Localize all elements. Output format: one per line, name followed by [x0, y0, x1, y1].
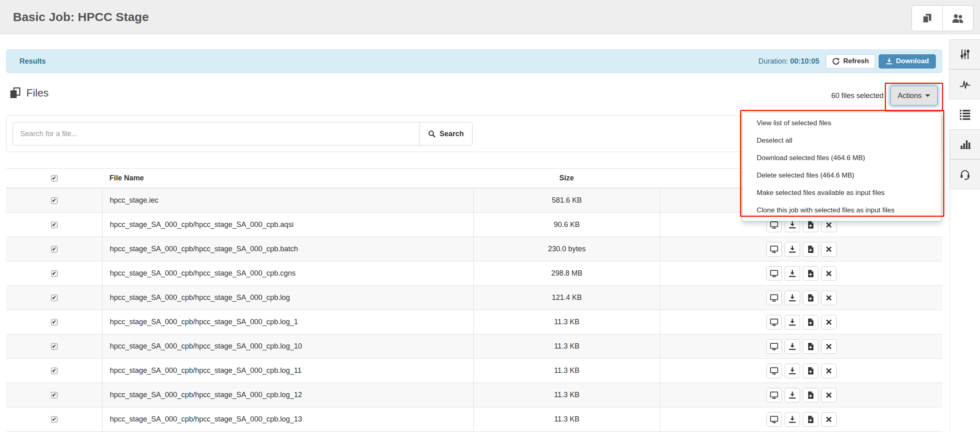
duration-value: 00:10:05: [790, 57, 819, 65]
export-file-button[interactable]: [803, 388, 818, 402]
download-file-button[interactable]: [785, 242, 800, 257]
view-file-button[interactable]: [766, 315, 782, 329]
table-row: hpcc_stage_SA_000_cpb/hpcc_stage_SA_000_…: [6, 334, 942, 359]
row-checkbox[interactable]: [51, 222, 58, 228]
view-file-button[interactable]: [766, 412, 782, 427]
view-file-button[interactable]: [766, 339, 782, 354]
refresh-button[interactable]: Refresh: [826, 54, 875, 68]
search-input[interactable]: [13, 122, 420, 145]
export-file-button[interactable]: [803, 266, 818, 281]
row-checkbox[interactable]: [51, 270, 58, 277]
download-file-button[interactable]: [785, 339, 800, 354]
view-file-button[interactable]: [766, 242, 782, 257]
export-file-button[interactable]: [803, 291, 818, 305]
sidebar-tab-settings[interactable]: [949, 39, 980, 69]
download-file-button[interactable]: [785, 412, 800, 427]
duration-text: Duration: 00:10:05: [758, 57, 819, 66]
export-file-icon: [807, 294, 815, 302]
export-file-button[interactable]: [803, 364, 818, 378]
search-icon: [428, 130, 436, 138]
sidebar-tab-list[interactable]: [949, 99, 980, 129]
delete-file-icon: [825, 343, 832, 350]
export-file-icon: [807, 415, 815, 424]
delete-file-button[interactable]: [821, 412, 837, 427]
file-name-cell: hpcc_stage_SA_000_cpb/hpcc_stage_SA_000_…: [102, 237, 473, 261]
delete-file-icon: [825, 270, 832, 277]
export-file-icon: [807, 221, 815, 229]
export-file-icon: [807, 342, 815, 351]
file-name-cell: hpcc_stage_SA_000_cpb/hpcc_stage_SA_000_…: [102, 310, 473, 334]
list-icon: [959, 108, 971, 120]
sidebar-divider: [949, 189, 950, 432]
delete-file-button[interactable]: [821, 315, 837, 329]
download-icon: [886, 58, 893, 65]
row-checkbox[interactable]: [51, 343, 58, 350]
header-button-group: [912, 5, 974, 31]
table-row: hpcc_stage_SA_000_cpb/hpcc_stage_SA_000_…: [6, 359, 942, 383]
export-file-button[interactable]: [803, 339, 818, 354]
export-file-button[interactable]: [803, 315, 818, 329]
file-size-cell: 121.4 KB: [473, 286, 660, 310]
row-checkbox[interactable]: [51, 197, 58, 204]
results-bar: Results Duration: 00:10:05 Refresh: [6, 49, 942, 73]
delete-file-button[interactable]: [821, 242, 837, 257]
sidebar-tab-charts[interactable]: [949, 129, 980, 159]
annotation-box-actions-button: [885, 83, 943, 111]
download-file-icon: [788, 415, 796, 424]
view-on-screen-icon: [770, 391, 779, 400]
delete-file-button[interactable]: [821, 364, 837, 378]
app-window: Basic Job: HPCC Stage: [0, 0, 980, 445]
delete-file-icon: [825, 294, 832, 302]
column-header-size: Size: [473, 169, 660, 188]
file-size-cell: 11.3 KB: [473, 407, 660, 431]
table-row: hpcc_stage_SA_000_cpb/hpcc_stage_SA_000_…: [6, 383, 942, 407]
delete-file-button[interactable]: [821, 291, 837, 305]
copy-job-button[interactable]: [912, 5, 943, 31]
delete-file-button[interactable]: [821, 266, 837, 281]
export-file-button[interactable]: [803, 412, 818, 427]
view-file-button[interactable]: [766, 388, 782, 402]
download-file-button[interactable]: [785, 388, 800, 402]
view-file-button[interactable]: [766, 266, 782, 281]
file-size-cell: 11.3 KB: [473, 334, 660, 358]
page-title: Basic Job: HPCC Stage: [13, 0, 149, 34]
view-on-screen-icon: [770, 318, 779, 327]
file-name-cell: hpcc_stage_SA_000_cpb/hpcc_stage_SA_000_…: [102, 334, 473, 358]
view-file-button[interactable]: [766, 364, 782, 378]
file-size-cell: 90.6 KB: [473, 213, 660, 237]
sliders-icon: [959, 48, 971, 60]
file-size-cell: 298.8 MB: [473, 261, 660, 285]
file-size-cell: 11.3 KB: [473, 359, 660, 383]
view-on-screen-icon: [770, 269, 779, 278]
share-users-button[interactable]: [942, 5, 974, 31]
download-button[interactable]: Download: [879, 54, 936, 68]
download-file-button[interactable]: [785, 291, 800, 305]
download-file-icon: [788, 294, 796, 302]
row-checkbox[interactable]: [51, 392, 58, 398]
select-all-checkbox[interactable]: [51, 175, 58, 182]
file-size-cell: 11.3 KB: [473, 310, 660, 334]
users-icon: [952, 13, 965, 24]
download-file-button[interactable]: [785, 266, 800, 281]
delete-file-icon: [825, 367, 832, 374]
file-name-cell: hpcc_stage_SA_000_cpb/hpcc_stage_SA_000_…: [102, 359, 473, 383]
sidebar-tab-support[interactable]: [949, 159, 980, 189]
row-checkbox[interactable]: [51, 368, 58, 374]
view-file-button[interactable]: [766, 291, 782, 305]
row-checkbox[interactable]: [51, 416, 58, 423]
download-file-icon: [788, 367, 796, 375]
file-name-cell: hpcc_stage_SA_000_cpb/hpcc_stage_SA_000_…: [102, 213, 473, 237]
download-file-button[interactable]: [785, 364, 800, 378]
row-checkbox[interactable]: [51, 246, 58, 252]
export-file-button[interactable]: [803, 242, 818, 257]
sidebar-tab-monitor[interactable]: [949, 69, 980, 99]
row-checkbox[interactable]: [51, 295, 58, 301]
search-button[interactable]: Search: [419, 122, 473, 145]
file-name-cell: hpcc_stage_SA_000_cpb/hpcc_stage_SA_000_…: [102, 261, 473, 285]
row-checkbox[interactable]: [51, 319, 58, 325]
delete-file-button[interactable]: [821, 388, 837, 402]
download-file-button[interactable]: [785, 315, 800, 329]
delete-file-button[interactable]: [821, 339, 837, 354]
view-on-screen-icon: [770, 220, 779, 229]
view-on-screen-icon: [770, 342, 779, 351]
